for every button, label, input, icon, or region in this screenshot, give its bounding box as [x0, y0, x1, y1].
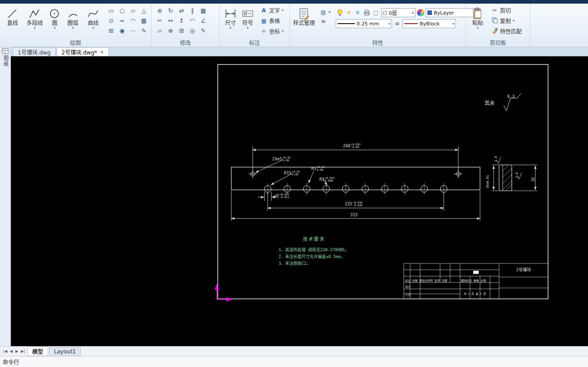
- chevron-down-icon: ▾: [412, 11, 414, 15]
- text-icon: A: [260, 7, 267, 14]
- dim-r5: R5+0.0150.000: [319, 177, 335, 182]
- prev-tab-icon[interactable]: ◀: [10, 349, 13, 353]
- triangle-icon[interactable]: △: [138, 5, 149, 15]
- stretch-h-icon[interactable]: ↔: [165, 15, 176, 25]
- model-tab[interactable]: 模型: [27, 347, 48, 356]
- skew-icon[interactable]: ▱: [154, 25, 165, 35]
- properties-group-label: 特性: [290, 39, 466, 46]
- chevron-down-icon: ▾: [513, 19, 514, 23]
- roughness-value-a: 1.6: [495, 156, 498, 162]
- layer-list-button[interactable]: ▤ ▾: [318, 8, 332, 16]
- layer-freeze-icon[interactable]: ❄: [354, 9, 362, 17]
- layers-icon: ▤: [320, 9, 327, 15]
- hatch-icon[interactable]: ▦: [138, 15, 149, 25]
- line-button[interactable]: 直线: [3, 5, 22, 28]
- wave-icon[interactable]: ≈: [117, 15, 127, 25]
- join-icon[interactable]: ⊞: [176, 25, 187, 35]
- arc-small-icon[interactable]: ◠: [127, 15, 138, 25]
- paste-button[interactable]: 粘贴 ▾: [469, 5, 487, 31]
- dim-2x5: 2X∅5+0.010.00: [272, 156, 291, 162]
- table-button[interactable]: ▦ 表格: [259, 16, 285, 25]
- close-icon[interactable]: ×: [100, 49, 104, 55]
- dim-260: 260+0.052-0.00: [343, 143, 361, 149]
- ribbon-group-properties: 样式管理 ▤ ▾ ≡ ☀ ❄: [290, 4, 466, 47]
- menu-button[interactable]: ≡: [318, 17, 332, 25]
- break-icon[interactable]: ⊗: [165, 25, 176, 35]
- ring-icon[interactable]: ◎: [187, 25, 198, 35]
- spline-button[interactable]: 曲线 ▾: [83, 5, 103, 31]
- command-line[interactable]: 命令行: [0, 356, 588, 367]
- dim-r3: R3+0.010.00: [311, 166, 325, 171]
- match-properties-button[interactable]: 特性匹配: [490, 26, 524, 36]
- cut-button[interactable]: ✂ 剪切: [490, 5, 524, 15]
- cut-icon: ✂: [491, 7, 498, 14]
- style-manager-icon: [298, 7, 310, 20]
- lineweight-select[interactable]: 0.25 mm ▾: [336, 19, 392, 28]
- drawing-canvas[interactable]: 其余 6.3 260+0.052-0.00 2X∅5+0.010.00 R15+…: [11, 56, 588, 346]
- move-icon[interactable]: ⊕: [154, 5, 165, 15]
- match-properties-icon: [491, 28, 498, 35]
- fillet-icon[interactable]: ◠: [187, 15, 198, 25]
- text-button[interactable]: A 文字 ▾: [259, 5, 285, 15]
- doc-tab-1[interactable]: 1号镶块.dwg: [13, 47, 56, 56]
- circle-button[interactable]: 圆 ▾: [47, 5, 62, 31]
- surface-note-prefix: 其余: [485, 101, 495, 106]
- linetype-list-icon[interactable]: ≡: [393, 20, 401, 28]
- point-icon[interactable]: ◉: [117, 25, 127, 35]
- polyline-button[interactable]: 多段线 ▾: [23, 5, 46, 31]
- ribbon: 直线 多段线 ▾ 圆 ▾ 圆弧: [0, 4, 588, 47]
- chevron-down-icon: ▾: [72, 26, 74, 30]
- window-title-strip: [0, 0, 588, 4]
- linetype-select[interactable]: ByBlock ▾: [402, 19, 456, 28]
- first-tab-icon[interactable]: |◀: [3, 349, 7, 353]
- layout1-tab[interactable]: Layout1: [49, 347, 81, 356]
- arc-button[interactable]: 圆弧 ▾: [63, 5, 83, 31]
- side-panel-strip[interactable]: 图纸: [0, 47, 11, 346]
- color-wheel-icon[interactable]: [417, 9, 424, 16]
- edit-icon[interactable]: ✎: [198, 25, 209, 35]
- cut-label: 剪切: [500, 6, 511, 14]
- trim-icon[interactable]: ✂: [154, 15, 165, 25]
- sketch-icon[interactable]: ✎: [138, 25, 149, 35]
- roughness-value-b: 1.6: [515, 172, 519, 178]
- title-block-process-label: 工艺: [405, 293, 411, 296]
- title-block-designer-label: 设计: [405, 285, 411, 288]
- chevron-down-icon: ▾: [282, 9, 284, 12]
- chevron-down-icon: ▾: [230, 26, 231, 30]
- offset-icon[interactable]: ∥: [187, 5, 198, 15]
- polygon-icon[interactable]: ▱: [127, 5, 138, 15]
- modify-tool-grid: ⊕ ↻ ⇄ ∥ ▦ ✂ ↔ ↕ ◠ ∠ ▱ ⊗ ⊞ ◎ ✎: [154, 5, 217, 35]
- dimension-button[interactable]: 尺寸 ▾: [222, 5, 239, 31]
- array-icon[interactable]: ▦: [198, 5, 209, 15]
- points-icon[interactable]: ⋯: [127, 25, 138, 35]
- copy-button[interactable]: 复制 ▾: [490, 16, 524, 25]
- coordinate-button[interactable]: + 坐标 ▾: [259, 26, 285, 36]
- doc-tab-2[interactable]: 2号镶块.dwg* ×: [57, 47, 109, 56]
- symbol-button[interactable]: 符号 ▾: [240, 5, 256, 31]
- next-tab-icon[interactable]: ▶: [15, 349, 18, 353]
- layer-thaw-sun-icon[interactable]: ☀: [345, 9, 353, 17]
- region-icon[interactable]: ⊞: [106, 25, 117, 35]
- layer-select[interactable]: 0层 ▾: [381, 8, 416, 17]
- symbol-icon: [241, 7, 254, 20]
- coordinate-icon: +: [260, 28, 267, 35]
- print-icon[interactable]: [363, 9, 371, 17]
- layout-tab-bar: |◀ ◀ ▶ ▶| 模型 Layout1: [0, 346, 588, 356]
- layer-on-bulb-icon[interactable]: [336, 9, 343, 17]
- layer-box-icon[interactable]: □: [372, 9, 380, 17]
- rectangle-icon[interactable]: ▭: [106, 5, 117, 15]
- text-label: 文字: [269, 6, 280, 14]
- stretch-v-icon[interactable]: ↕: [176, 15, 187, 25]
- rotate-icon[interactable]: ↻: [165, 5, 176, 15]
- style-manager-button[interactable]: 样式管理: [293, 5, 315, 28]
- tech-req-line-2: 2、未注长度尺寸允许偏差±0.5mm。: [279, 255, 345, 259]
- coordinate-label: 坐标: [269, 27, 280, 35]
- donut-icon[interactable]: ⊙: [106, 15, 117, 25]
- last-tab-icon[interactable]: ▶|: [21, 349, 25, 353]
- paste-icon: [472, 7, 484, 20]
- title-block-part-name: 2号镶块: [499, 268, 548, 272]
- cad-drawing: [11, 56, 588, 346]
- mirror-icon[interactable]: ⇄: [176, 5, 187, 15]
- chamfer-icon[interactable]: ∠: [198, 15, 209, 25]
- circle-tool-icon[interactable]: ○: [117, 5, 127, 15]
